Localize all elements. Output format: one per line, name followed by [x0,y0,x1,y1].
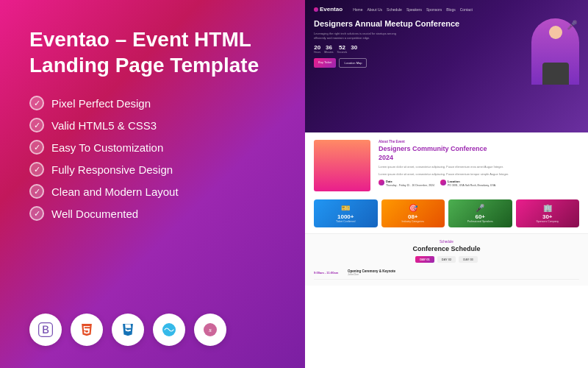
person-head [549,26,562,39]
location-map-button[interactable]: Location Map [339,58,367,68]
preview-countdown: 20 Hours 36 Minutes 52 Seconds 30 [314,44,520,54]
preview-nav: Eventao Home About Us Schedule Speakers … [314,6,579,13]
preview-nav-links: Home About Us Schedule Speakers Sponsors… [353,7,473,12]
about-desc-1: Lorem ipsum dolor sit amet, consectetur … [379,165,579,169]
countdown-seconds: 52 Seconds [337,44,348,54]
check-icon: ✓ [29,206,44,221]
stat-card-categories: 🎯 08+ Industry Categories [381,199,445,227]
list-item: ✓ Valid HTML5 & CSS3 [29,118,276,132]
left-panel: Eventao – Event HTML Landing Page Templa… [0,0,305,368]
schedule-tab-day2[interactable]: DAY 02 [437,256,456,263]
date-icon [379,180,384,185]
preview-hero-left: Designers Annual Meetup Conference Lever… [314,18,520,68]
check-icon: ✓ [29,162,44,177]
preview-stats: 🎫 1000+ Ticket Confirmed 🎯 08+ Industry … [305,199,588,233]
tech-icons-row: S [29,314,276,346]
wave-badge [153,314,185,346]
schedule-title: Conference Schedule [314,245,579,252]
preview-hero-btns: Buy Ticket Location Map [314,58,520,68]
schedule-tabs: DAY 01 DAY 02 DAY 03 [314,256,579,263]
preview-hero-title: Designers Annual Meetup Conference [314,18,520,29]
person-body [542,63,569,85]
list-item: ✓ Well Documented [29,206,276,221]
nav-link-home: Home [353,7,362,12]
nav-link-sponsors: Sponsors [426,7,442,12]
about-detail-location: Location PO 3091, USA Salt Rock, Broadwa… [440,180,496,188]
check-icon: ✓ [29,118,44,132]
tickets-icon: 🎫 [318,204,374,212]
mic-icon: 🎤 [567,20,578,30]
logo-dot [314,7,318,12]
schedule-time: 9:00am - 11:00am [314,271,343,275]
schedule-row: 9:00am - 11:00am Opening Ceremony & Keyn… [314,266,579,280]
stat-card-sponsors: 🏢 30+ Sponsors Company [516,199,580,227]
schedule-tab-day1[interactable]: DAY 01 [415,256,434,263]
stat-card-tickets: 🎫 1000+ Ticket Confirmed [314,199,378,227]
list-item: ✓ Pixel Perfect Design [29,96,276,110]
about-image-main [314,140,370,191]
countdown-minutes: 36 Minutes [324,44,333,54]
main-title: Eventao – Event HTML Landing Page Templa… [29,26,276,78]
preview-card: Eventao Home About Us Schedule Speakers … [305,0,588,368]
right-panel: Eventao Home About Us Schedule Speakers … [305,0,588,368]
location-icon [440,180,446,185]
about-details: Date Thursday - Friday 15 - 16 December,… [379,180,579,188]
check-icon: ✓ [29,140,44,155]
categories-icon: 🎯 [385,204,442,212]
speakers-icon: 🎤 [452,204,509,212]
sass-badge: S [194,314,226,346]
nav-link-about: About Us [367,7,382,12]
about-title: Designers Community Conference 2024 [379,145,579,162]
about-tag: About The Event [379,140,579,144]
schedule-speaker: John Doe [348,273,579,276]
list-item: ✓ Clean and Modern Layout [29,184,276,199]
buy-ticket-button[interactable]: Buy Ticket [314,58,336,68]
preview-about: About The Event Designers Community Conf… [305,132,588,199]
nav-link-speakers: Speakers [406,7,422,12]
schedule-tab-day3[interactable]: DAY 03 [459,256,478,263]
list-item: ✓ Fully Responsive Design [29,162,276,177]
check-icon: ✓ [29,96,44,110]
about-detail-date: Date Thursday - Friday 15 - 16 December,… [379,180,434,188]
stat-card-speakers: 🎤 60+ Professional Speakers [448,199,512,227]
html5-badge [71,314,103,346]
check-icon: ✓ [29,184,44,199]
sponsors-icon: 🏢 [520,204,576,212]
nav-link-schedule: Schedule [387,7,402,12]
css3-badge [112,314,144,346]
svg-text:S: S [209,328,212,333]
about-content: About The Event Designers Community Conf… [379,140,579,192]
countdown-hours: 20 Hours [314,44,320,54]
schedule-info: Opening Ceremony & Keynote John Doe [348,269,579,276]
about-title-year: 2024 [379,154,393,161]
preview-hero-right: 🎤 [520,18,579,85]
bootstrap-badge [29,314,62,346]
list-item: ✓ Easy To Customization [29,140,276,155]
preview-hero-desc: Leveraging the right tech solutions is c… [314,32,402,40]
about-desc-2: Lorem ipsum dolor sit amet, consectetur … [379,172,579,177]
about-images [314,140,373,192]
schedule-tag: Schedule [314,240,579,244]
preview-hero-content: Designers Annual Meetup Conference Lever… [314,18,579,85]
features-list: ✓ Pixel Perfect Design ✓ Valid HTML5 & C… [29,96,276,221]
preview-schedule: Schedule Conference Schedule DAY 01 DAY … [305,233,588,286]
preview-hero: Eventao Home About Us Schedule Speakers … [305,0,588,132]
nav-link-contact: Contact [460,7,473,12]
preview-logo: Eventao [314,6,343,13]
countdown-extra: 30 [351,44,357,54]
nav-link-blogs: Blogs [446,7,456,12]
